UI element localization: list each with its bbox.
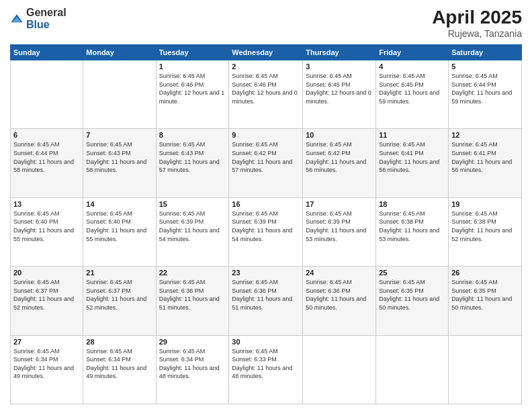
day-number: 13 xyxy=(13,200,80,208)
table-row: 14Sunrise: 6:45 AM Sunset: 6:40 PM Dayli… xyxy=(83,197,156,266)
header: General Blue April 2025 Rujewa, Tanzania xyxy=(10,7,522,39)
table-row: 11Sunrise: 6:45 AM Sunset: 6:41 PM Dayli… xyxy=(376,129,449,197)
day-info: Sunrise: 6:45 AM Sunset: 6:46 PM Dayligh… xyxy=(159,72,226,105)
day-info: Sunrise: 6:45 AM Sunset: 6:44 PM Dayligh… xyxy=(451,72,519,105)
day-info: Sunrise: 6:45 AM Sunset: 6:38 PM Dayligh… xyxy=(451,210,519,243)
col-tuesday: Tuesday xyxy=(156,45,229,60)
table-row xyxy=(83,60,156,129)
table-row: 7Sunrise: 6:45 AM Sunset: 6:43 PM Daylig… xyxy=(83,129,156,197)
table-row: 25Sunrise: 6:45 AM Sunset: 6:35 PM Dayli… xyxy=(376,267,449,335)
col-saturday: Saturday xyxy=(449,45,522,60)
logo: General Blue xyxy=(10,7,66,31)
day-number: 4 xyxy=(379,62,445,71)
day-info: Sunrise: 6:45 AM Sunset: 6:46 PM Dayligh… xyxy=(232,72,300,105)
day-info: Sunrise: 6:45 AM Sunset: 6:39 PM Dayligh… xyxy=(306,210,373,243)
day-number: 15 xyxy=(159,200,226,208)
day-info: Sunrise: 6:45 AM Sunset: 6:37 PM Dayligh… xyxy=(13,278,80,312)
day-number: 18 xyxy=(379,200,445,208)
day-number: 27 xyxy=(13,338,80,346)
day-info: Sunrise: 6:45 AM Sunset: 6:39 PM Dayligh… xyxy=(232,210,300,243)
col-sunday: Sunday xyxy=(11,45,83,60)
day-info: Sunrise: 6:45 AM Sunset: 6:34 PM Dayligh… xyxy=(86,347,152,381)
day-number: 10 xyxy=(306,131,373,139)
table-row: 13Sunrise: 6:45 AM Sunset: 6:40 PM Dayli… xyxy=(11,197,83,266)
table-row: 2Sunrise: 6:45 AM Sunset: 6:46 PM Daylig… xyxy=(229,60,303,129)
day-info: Sunrise: 6:45 AM Sunset: 6:35 PM Dayligh… xyxy=(451,278,519,312)
day-info: Sunrise: 6:45 AM Sunset: 6:35 PM Dayligh… xyxy=(379,278,445,312)
table-row xyxy=(303,335,376,404)
page: General Blue April 2025 Rujewa, Tanzania… xyxy=(0,0,532,411)
day-number: 26 xyxy=(451,269,519,277)
calendar-table: Sunday Monday Tuesday Wednesday Thursday… xyxy=(10,44,522,404)
table-row xyxy=(11,60,83,129)
table-row: 23Sunrise: 6:45 AM Sunset: 6:36 PM Dayli… xyxy=(229,267,303,335)
day-number: 1 xyxy=(159,62,226,71)
table-row: 9Sunrise: 6:45 AM Sunset: 6:42 PM Daylig… xyxy=(229,129,303,197)
day-number: 30 xyxy=(232,338,300,346)
day-number: 3 xyxy=(306,62,373,71)
table-row: 4Sunrise: 6:45 AM Sunset: 6:45 PM Daylig… xyxy=(376,60,449,129)
day-number: 22 xyxy=(159,269,226,277)
day-info: Sunrise: 6:45 AM Sunset: 6:38 PM Dayligh… xyxy=(379,210,445,243)
day-number: 24 xyxy=(306,269,373,277)
table-row: 12Sunrise: 6:45 AM Sunset: 6:41 PM Dayli… xyxy=(449,129,522,197)
table-row: 21Sunrise: 6:45 AM Sunset: 6:37 PM Dayli… xyxy=(83,267,156,335)
table-row xyxy=(449,335,522,404)
day-number: 6 xyxy=(13,131,80,139)
day-info: Sunrise: 6:45 AM Sunset: 6:44 PM Dayligh… xyxy=(13,140,80,174)
table-row: 3Sunrise: 6:45 AM Sunset: 6:45 PM Daylig… xyxy=(303,60,376,129)
day-info: Sunrise: 6:45 AM Sunset: 6:36 PM Dayligh… xyxy=(306,278,373,312)
day-number: 20 xyxy=(13,269,80,277)
table-row: 10Sunrise: 6:45 AM Sunset: 6:42 PM Dayli… xyxy=(303,129,376,197)
day-number: 7 xyxy=(86,131,152,139)
day-info: Sunrise: 6:45 AM Sunset: 6:34 PM Dayligh… xyxy=(13,347,80,381)
table-row: 27Sunrise: 6:45 AM Sunset: 6:34 PM Dayli… xyxy=(11,335,83,404)
day-info: Sunrise: 6:45 AM Sunset: 6:43 PM Dayligh… xyxy=(86,140,152,174)
table-row xyxy=(376,335,449,404)
table-row: 18Sunrise: 6:45 AM Sunset: 6:38 PM Dayli… xyxy=(376,197,449,266)
day-number: 11 xyxy=(379,131,445,139)
table-row: 24Sunrise: 6:45 AM Sunset: 6:36 PM Dayli… xyxy=(303,267,376,335)
table-row: 29Sunrise: 6:45 AM Sunset: 6:34 PM Dayli… xyxy=(156,335,229,404)
day-info: Sunrise: 6:45 AM Sunset: 6:42 PM Dayligh… xyxy=(306,140,373,174)
day-number: 9 xyxy=(232,131,300,139)
day-number: 5 xyxy=(451,62,519,71)
day-number: 16 xyxy=(232,200,300,208)
day-info: Sunrise: 6:45 AM Sunset: 6:39 PM Dayligh… xyxy=(159,210,226,243)
day-info: Sunrise: 6:45 AM Sunset: 6:45 PM Dayligh… xyxy=(379,72,445,105)
day-number: 12 xyxy=(451,131,519,139)
day-number: 23 xyxy=(232,269,300,277)
day-number: 14 xyxy=(86,200,152,208)
day-info: Sunrise: 6:45 AM Sunset: 6:43 PM Dayligh… xyxy=(159,140,226,174)
day-info: Sunrise: 6:45 AM Sunset: 6:42 PM Dayligh… xyxy=(232,140,300,174)
day-number: 19 xyxy=(451,200,519,208)
day-info: Sunrise: 6:45 AM Sunset: 6:34 PM Dayligh… xyxy=(159,347,226,381)
table-row: 17Sunrise: 6:45 AM Sunset: 6:39 PM Dayli… xyxy=(303,197,376,266)
logo-blue: Blue xyxy=(26,19,50,30)
logo-icon xyxy=(10,12,24,26)
logo-text: General Blue xyxy=(26,7,66,31)
day-info: Sunrise: 6:45 AM Sunset: 6:41 PM Dayligh… xyxy=(451,140,519,174)
table-row: 22Sunrise: 6:45 AM Sunset: 6:36 PM Dayli… xyxy=(156,267,229,335)
location-subtitle: Rujewa, Tanzania xyxy=(432,28,522,39)
col-wednesday: Wednesday xyxy=(229,45,303,60)
day-info: Sunrise: 6:45 AM Sunset: 6:41 PM Dayligh… xyxy=(379,140,445,174)
table-row: 5Sunrise: 6:45 AM Sunset: 6:44 PM Daylig… xyxy=(449,60,522,129)
day-number: 29 xyxy=(159,338,226,346)
day-info: Sunrise: 6:45 AM Sunset: 6:33 PM Dayligh… xyxy=(232,347,300,381)
col-friday: Friday xyxy=(376,45,449,60)
col-thursday: Thursday xyxy=(303,45,376,60)
table-row: 26Sunrise: 6:45 AM Sunset: 6:35 PM Dayli… xyxy=(449,267,522,335)
table-row: 1Sunrise: 6:45 AM Sunset: 6:46 PM Daylig… xyxy=(156,60,229,129)
table-row: 19Sunrise: 6:45 AM Sunset: 6:38 PM Dayli… xyxy=(449,197,522,266)
day-number: 25 xyxy=(379,269,445,277)
table-row: 15Sunrise: 6:45 AM Sunset: 6:39 PM Dayli… xyxy=(156,197,229,266)
day-number: 2 xyxy=(232,62,300,71)
table-row: 30Sunrise: 6:45 AM Sunset: 6:33 PM Dayli… xyxy=(229,335,303,404)
day-info: Sunrise: 6:45 AM Sunset: 6:45 PM Dayligh… xyxy=(306,72,373,105)
table-row: 20Sunrise: 6:45 AM Sunset: 6:37 PM Dayli… xyxy=(11,267,83,335)
logo-general: General xyxy=(26,7,66,18)
table-row: 8Sunrise: 6:45 AM Sunset: 6:43 PM Daylig… xyxy=(156,129,229,197)
day-number: 17 xyxy=(306,200,373,208)
calendar-header-row: Sunday Monday Tuesday Wednesday Thursday… xyxy=(11,45,522,60)
